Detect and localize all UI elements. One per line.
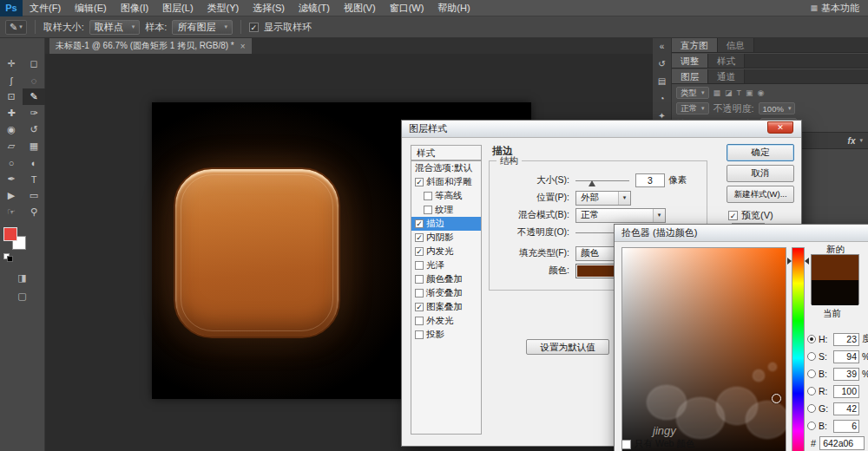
style-checkbox[interactable]: ✓ <box>415 303 424 311</box>
blend-mode-dropdown[interactable]: 正常 ▾ <box>575 208 666 223</box>
workspace-switcher[interactable]: ▦ 基本功能 <box>810 2 868 15</box>
layer-style-dialog-titlebar[interactable]: 图层样式 <box>402 121 801 138</box>
red-radio[interactable] <box>807 387 816 395</box>
menu-layer[interactable]: 图层(L) <box>155 0 200 16</box>
hand-tool[interactable]: ☞ <box>0 204 23 220</box>
shape-tool[interactable]: ▭ <box>23 187 45 204</box>
style-item-contour[interactable]: 等高线 <box>411 189 481 203</box>
green-input[interactable] <box>833 402 859 415</box>
quick-selection-tool[interactable]: ◌ <box>23 72 45 88</box>
hue-input[interactable] <box>833 333 859 346</box>
style-item-inner-shadow[interactable]: ✓内阴影 <box>411 231 481 245</box>
history-brush-tool[interactable]: ↺ <box>23 121 45 138</box>
blue-input[interactable] <box>833 420 859 433</box>
opacity-dropdown[interactable]: 100% ▾ <box>759 102 796 114</box>
saturation-radio[interactable] <box>807 352 816 361</box>
tab-adjustments[interactable]: 调整 <box>672 54 708 68</box>
foreground-color-swatch[interactable] <box>3 227 17 241</box>
tab-histogram[interactable]: 直方图 <box>672 38 718 52</box>
collapse-panels-button[interactable]: « <box>660 42 665 51</box>
close-dialog-button[interactable]: ✕ <box>767 121 793 134</box>
style-checkbox[interactable] <box>424 192 432 200</box>
path-selection-tool[interactable]: ▶ <box>0 187 23 204</box>
move-tool[interactable]: ✛ <box>0 56 23 72</box>
menu-filter[interactable]: 滤镜(T) <box>292 0 337 16</box>
cancel-button[interactable]: 取消 <box>727 165 794 182</box>
menu-help[interactable]: 帮助(H) <box>431 0 477 16</box>
style-checkbox[interactable] <box>415 330 424 339</box>
style-item-bevel-emboss[interactable]: ✓斜面和浮雕 <box>411 175 481 189</box>
gradient-tool[interactable]: ▦ <box>23 138 45 154</box>
style-item-blending-options[interactable]: 混合选项:默认 <box>411 161 481 175</box>
pen-tool[interactable]: ✒ <box>0 171 23 187</box>
saturation-input[interactable] <box>833 350 859 363</box>
style-item-pattern-overlay[interactable]: ✓图案叠加 <box>411 300 481 314</box>
size-input[interactable] <box>635 173 665 187</box>
style-item-satin[interactable]: 光泽 <box>411 258 481 272</box>
filter-pixel-icon[interactable]: ▦ <box>713 88 721 97</box>
ok-button[interactable]: 确定 <box>727 144 794 161</box>
spot-healing-tool[interactable]: ✚ <box>0 105 23 121</box>
style-item-outer-glow[interactable]: 外发光 <box>411 314 481 328</box>
menu-edit[interactable]: 编辑(E) <box>68 0 114 16</box>
tab-styles[interactable]: 样式 <box>708 54 745 68</box>
menu-select[interactable]: 选择(S) <box>246 0 292 16</box>
menu-view[interactable]: 视图(V) <box>337 0 383 16</box>
brightness-input[interactable] <box>833 368 859 381</box>
eraser-tool[interactable]: ▱ <box>0 138 23 154</box>
filter-type-icon[interactable]: T <box>737 88 742 97</box>
style-checkbox[interactable]: ✓ <box>415 233 424 242</box>
hue-slider[interactable] <box>792 247 805 451</box>
menu-window[interactable]: 窗口(W) <box>383 0 431 16</box>
eyedropper-tool[interactable]: ✎ <box>23 88 45 105</box>
menu-file[interactable]: 文件(F) <box>23 0 68 16</box>
show-sampling-ring-checkbox[interactable]: ✓ <box>249 23 259 32</box>
style-checkbox[interactable]: ✓ <box>415 219 424 228</box>
filter-smart-object-icon[interactable]: ◉ <box>758 88 765 97</box>
style-checkbox[interactable]: ✓ <box>415 178 424 186</box>
type-tool[interactable]: T <box>23 171 45 187</box>
menu-type[interactable]: 类型(Y) <box>201 0 247 16</box>
brightness-radio[interactable] <box>807 369 816 378</box>
style-checkbox[interactable] <box>415 261 424 270</box>
sample-dropdown[interactable]: 所有图层 ▾ <box>172 20 233 35</box>
properties-panel-icon[interactable]: ▤ <box>658 76 666 86</box>
brush-tool[interactable]: ✑ <box>23 105 45 121</box>
color-panel-icon[interactable]: ◔ <box>659 94 664 103</box>
set-default-button[interactable]: 设置为默认值 <box>526 339 609 355</box>
menu-image[interactable]: 图像(I) <box>114 0 155 16</box>
dodge-tool[interactable]: ◐ <box>23 154 45 171</box>
screen-mode-button[interactable]: ▢ <box>17 291 26 302</box>
tab-channels[interactable]: 通道 <box>708 69 745 83</box>
tool-preset-picker[interactable]: ✎ ▾ <box>5 20 27 35</box>
style-checkbox[interactable]: ✓ <box>415 247 424 256</box>
history-panel-icon[interactable]: ↺ <box>658 59 665 69</box>
quick-mask-button[interactable]: ◨ <box>17 272 26 284</box>
style-item-drop-shadow[interactable]: 投影 <box>411 328 481 342</box>
crop-tool[interactable]: ⊡ <box>0 88 23 105</box>
hex-input[interactable] <box>819 436 865 450</box>
sample-size-dropdown[interactable]: 取样点 ▾ <box>89 20 141 35</box>
close-tab-icon[interactable]: × <box>240 42 246 51</box>
style-item-inner-glow[interactable]: ✓内发光 <box>411 245 481 258</box>
document-tab[interactable]: 未标题-1 @ 66.7% (圆角矩形 1 拷贝, RGB/8) * × <box>49 38 252 54</box>
lasso-tool[interactable]: ʃ <box>0 72 23 88</box>
style-checkbox[interactable] <box>415 317 424 325</box>
style-item-stroke[interactable]: ✓描边 <box>411 217 481 231</box>
style-checkbox[interactable] <box>415 275 424 284</box>
zoom-tool[interactable]: ⚲ <box>23 204 45 220</box>
rectangular-marquee-tool[interactable]: ◻ <box>23 56 45 72</box>
new-style-button[interactable]: 新建样式(W)... <box>727 186 794 203</box>
size-slider[interactable] <box>575 180 629 181</box>
red-input[interactable] <box>833 385 859 398</box>
style-item-color-overlay[interactable]: 颜色叠加 <box>411 272 481 286</box>
default-colors-icon[interactable] <box>3 253 16 263</box>
blue-radio[interactable] <box>807 422 816 430</box>
position-dropdown[interactable]: 外部 ▾ <box>575 191 631 206</box>
saturation-brightness-field[interactable] <box>621 247 786 451</box>
color-picker-titlebar[interactable]: 拾色器 (描边颜色) <box>615 225 868 242</box>
filter-shape-icon[interactable]: ▣ <box>746 88 753 97</box>
preview-checkbox[interactable]: ✓ <box>728 211 738 220</box>
style-item-texture[interactable]: 纹理 <box>411 203 481 217</box>
blur-tool[interactable]: ○ <box>0 154 23 171</box>
